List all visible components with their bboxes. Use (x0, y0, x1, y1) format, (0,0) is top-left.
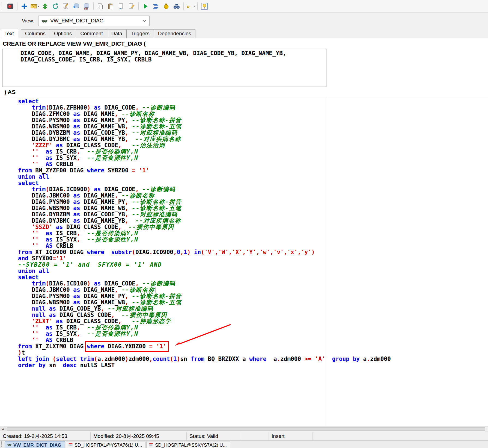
code-line: DIAG.DYBZBM as DIAG_CODE_YB, --对应标准编码 (18, 211, 488, 218)
view-icon (41, 17, 48, 24)
status-segment-2: Status: Valid (187, 432, 242, 440)
code-line: '' AS CRBLB (18, 337, 488, 343)
svg-text:SQL: SQL (64, 7, 68, 9)
tab-options[interactable]: Options (50, 29, 76, 38)
code-line: DIAG.PYSM00 as DIAG_NAME_PY, --诊断名称-拼音 (18, 117, 488, 123)
code-line: union all (18, 268, 488, 274)
tab-dependencies[interactable]: Dependencies (154, 29, 195, 38)
code-line: order by sn desc nullS LAST (18, 362, 488, 369)
code-line: trim(DIAG.ZFBH00) as DIAG_CODE, --诊断编码 (18, 105, 488, 111)
toolbar-separator (197, 2, 198, 10)
tab-columns[interactable]: Columns (21, 29, 50, 38)
highlight-box: where DIAG.YXBZ00 = '1' (87, 343, 166, 350)
code-line: '' as IS_CRB, --是否传染病Y,N (18, 149, 488, 155)
more-commands-icon[interactable]: »▾ (186, 1, 195, 11)
window-tab-label: VW_EMR_DICT_DIAG (13, 443, 61, 448)
tab-triggers[interactable]: Triggers (126, 29, 154, 38)
dropdown-arrow-icon[interactable]: ▾ (194, 5, 195, 8)
help-bulb-icon[interactable] (200, 1, 209, 11)
outline-icon[interactable] (151, 1, 161, 11)
ddl-icon[interactable]: ddl (82, 1, 91, 11)
commit-icon[interactable] (161, 1, 171, 11)
window-tab-label: SD_HOSPITAL@SSKYS7A(2) U... (155, 443, 227, 448)
window-icon (68, 442, 73, 448)
upload-icon[interactable] (40, 1, 50, 11)
scrollbar-thumb[interactable] (7, 427, 485, 431)
doc-arrow-icon[interactable] (116, 1, 126, 11)
window-tab-1[interactable]: SD_HOSPITAL@YS7A76(1) U... (66, 441, 145, 448)
window-icon (149, 442, 153, 448)
code-line: DIAG.DYBZBM as DIAG_CODE_YB, --对应标准编码 (18, 130, 488, 136)
code-line: select (18, 98, 488, 105)
code-line: 'SSZD' as DIAG_CLASS_CODE, --损伤中毒原因 (18, 224, 488, 230)
code-line: trim(DIAG.ICD900) as DIAG_CODE, --诊断编码 (18, 186, 488, 193)
status-bar: Created: 19-2月-2025 14:53Modified: 20-8月… (0, 432, 488, 440)
toolbar-grip[interactable] (2, 2, 3, 10)
scroll-left-button[interactable]: ◀ (0, 427, 5, 431)
sql-editor-icon[interactable]: SQL (61, 1, 71, 11)
sql-editor[interactable]: select trim(DIAG.ZFBH00) as DIAG_CODE, -… (0, 97, 488, 426)
code-line: DIAG.PYSM00 as DIAG_NAME_PY, --诊断名称-拼音 (18, 199, 488, 205)
db-add-icon[interactable] (71, 1, 81, 11)
code-line: '' AS CRBLB (18, 243, 488, 249)
code-line: '' AS CRBLB (18, 161, 488, 167)
window-tab-0[interactable]: VW_EMR_DICT_DIAG (5, 441, 65, 448)
view-label: View: (22, 18, 34, 24)
refresh-icon[interactable] (50, 1, 60, 11)
view-icon (7, 442, 12, 448)
svg-text:ddl: ddl (84, 7, 88, 10)
editor-panel: CREATE OR REPLACE VIEW VW_EMR_DICT_DIAG … (0, 38, 488, 432)
code-line: '' as IS_CRB, --是否传染病Y,N (18, 325, 488, 331)
plsql-view-window: ▾SQLddl»▾ View: VW_EMR_DICT_DIAG TextCol… (0, 0, 488, 448)
code-line: '' as IS_SYX, --是否食源性Y,N (18, 331, 488, 337)
chevron-down-icon[interactable] (142, 19, 147, 22)
toolbar-separator (93, 2, 94, 10)
columns-line: DIAG_CODE, DIAG_NAME, DIAG_NAME_PY, DIAG… (20, 50, 326, 57)
code-line: DIAG.ZFMC00 as DIAG_NAME, --诊断名称 (18, 111, 488, 117)
status-segment-1: Modified: 20-8月-2025 09:45 (91, 432, 187, 440)
code-line: DIAG.DYJBMC as DIAG_NAME_YB, --对应疾病名称 (18, 218, 488, 224)
run-icon[interactable] (141, 1, 150, 11)
doc-edit-icon[interactable] (127, 1, 136, 11)
code-line: select (18, 180, 488, 186)
view-selector[interactable]: VW_EMR_DICT_DIAG (38, 16, 150, 26)
tab-bar: TextColumnsOptionsCommentDataTriggersDep… (0, 29, 488, 38)
as-keyword: ) AS (0, 87, 488, 97)
code-line: )t (18, 350, 488, 356)
toolbar-separator (17, 2, 17, 10)
window-tabbar-grip[interactable] (1, 441, 3, 447)
copy-icon[interactable] (96, 1, 105, 11)
dropdown-arrow-icon[interactable]: ▾ (38, 5, 39, 8)
code-line: null as DIAG_CLASS_CODE, --损伤中毒原因 (18, 312, 488, 318)
tab-data[interactable]: Data (107, 29, 127, 38)
main-toolbar: ▾SQLddl»▾ (0, 0, 488, 13)
app-icon[interactable] (5, 1, 15, 11)
create-view-header: CREATE OR REPLACE VIEW VW_EMR_DICT_DIAG … (0, 38, 488, 49)
status-segment-0: Created: 19-2月-2025 14:53 (0, 432, 91, 440)
new-icon[interactable] (19, 1, 29, 11)
code-line: DIAG.WBSM00 as DIAG_NAME_WB, --诊断名称-五笔 (18, 299, 488, 306)
status-segment-3 (242, 432, 269, 440)
code-line: '' as IS_SYX, --是否食源性Y,N (18, 237, 488, 243)
paste-icon[interactable] (106, 1, 116, 11)
window-tab-bar: VW_EMR_DICT_DIAGSD_HOSPITAL@YS7A76(1) U.… (0, 440, 488, 448)
window-tab-2[interactable]: SD_HOSPITAL@SSKYS7A(2) U... (146, 441, 230, 448)
find-icon[interactable] (172, 1, 181, 11)
code-line: from XT_ZLXTM0 DIAG where DIAG.YXBZ00 = … (18, 343, 488, 350)
columns-editor[interactable]: DIAG_CODE, DIAG_NAME, DIAG_NAME_PY, DIAG… (2, 49, 326, 87)
tab-text[interactable]: Text (0, 29, 18, 38)
sql-code: select trim(DIAG.ZFBH00) as DIAG_CODE, -… (0, 97, 488, 369)
code-line: null as DIAG_CODE_YB, --对应标准编码 (18, 306, 488, 312)
mail-send-icon[interactable]: ▾ (30, 1, 40, 11)
editor-hscrollbar[interactable]: ◀ (0, 426, 488, 432)
status-segment-5 (313, 432, 488, 440)
tab-comment[interactable]: Comment (76, 29, 107, 38)
toolbar-separator (138, 2, 139, 10)
svg-text:»: » (187, 3, 190, 9)
code-line: trim(DIAG.ICD100) as DIAG_CODE, --诊断编码 (18, 281, 488, 287)
code-line: and SFYX00='1' (18, 255, 488, 262)
window-tab-label: SD_HOSPITAL@YS7A76(1) U... (75, 443, 142, 448)
code-line: DIAG.JBMC00 as DIAG_NAME, --诊断名称 (18, 287, 488, 293)
status-segment-4: Insert (269, 432, 313, 440)
code-line: DIAG.PYSM00 as DIAG_NAME_PY, --诊断名称-拼音 (18, 293, 488, 299)
